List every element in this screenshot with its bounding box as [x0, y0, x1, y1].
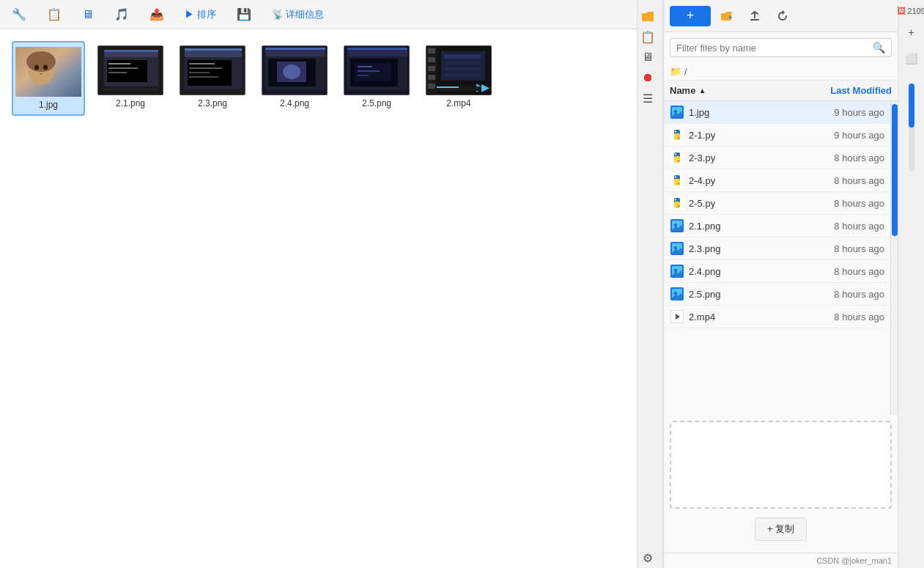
- svg-point-73: [678, 206, 679, 207]
- credit-text: CSDN @joker_man1: [816, 556, 892, 565]
- file-time-0: 9 hours ago: [789, 107, 884, 118]
- file-row-7[interactable]: 2.4.png8 hours ago: [664, 260, 890, 283]
- search-input[interactable]: [676, 43, 873, 54]
- file-icon-1: [670, 128, 684, 142]
- svg-point-3: [34, 65, 39, 70]
- svg-rect-58: [750, 19, 759, 21]
- vertical-scrollbar[interactable]: [909, 84, 914, 171]
- svg-rect-43: [428, 66, 435, 71]
- svg-rect-20: [189, 67, 222, 69]
- thumb-img-25png: [344, 45, 410, 95]
- thumb-img-21png: [97, 45, 163, 95]
- search-icon: 🔍: [873, 42, 885, 54]
- toolbar: 🔧 📋 🖥 🎵 📤 ▶ 排序 💾 📡 详细信息: [0, 0, 637, 29]
- thumb-label-24png: 2.4.png: [280, 98, 309, 108]
- toolbar-btn-3[interactable]: 🖥: [76, 5, 100, 24]
- svg-rect-19: [189, 63, 215, 64]
- thumb-label-25png: 2.5.png: [362, 98, 391, 108]
- svg-point-4: [43, 65, 48, 70]
- thumb-24png[interactable]: 2.4.png: [258, 41, 331, 116]
- preview-box: [670, 421, 892, 509]
- sidebar-gear-btn[interactable]: ⚙: [637, 547, 658, 568]
- file-time-3: 8 hours ago: [789, 175, 884, 186]
- file-row-5[interactable]: 2.1.png8 hours ago: [664, 215, 890, 237]
- file-row-3[interactable]: 2-4.py8 hours ago: [664, 169, 890, 192]
- thumb-img-23png: [180, 45, 245, 95]
- svg-rect-29: [265, 48, 325, 50]
- svg-rect-35: [358, 66, 372, 67]
- toolbar-sort-label: ▶ 排序: [185, 8, 216, 21]
- svg-point-28: [283, 64, 300, 79]
- file-name-7: 2.4.png: [689, 266, 789, 277]
- thumb-21png[interactable]: 2.1.png: [94, 41, 167, 116]
- toolbar-save-icon: 💾: [237, 7, 251, 21]
- search-box[interactable]: 🔍: [670, 38, 892, 57]
- file-row-0[interactable]: 1.jpg9 hours ago: [664, 101, 890, 124]
- panel-toolbar: + +: [664, 0, 898, 32]
- file-row-8[interactable]: 2.5.png8 hours ago: [664, 283, 890, 306]
- upload-icon: [749, 10, 761, 22]
- folder-icon: [640, 9, 655, 23]
- thumb-25png[interactable]: 2.5.png: [340, 41, 413, 116]
- panel-title: 2109: [907, 7, 924, 15]
- scrollbar-track[interactable]: [890, 101, 898, 415]
- svg-point-70: [678, 183, 679, 185]
- name-column-header[interactable]: Name ▲: [670, 85, 797, 96]
- add-file-button[interactable]: +: [670, 6, 711, 26]
- png23-svg: [180, 45, 245, 95]
- toolbar-sort-btn[interactable]: ▶ 排序: [179, 5, 222, 24]
- toolbar-btn-5[interactable]: 📤: [144, 4, 170, 24]
- copy-button[interactable]: + 复制: [755, 517, 807, 541]
- panel-view-btn[interactable]: ⬜: [901, 48, 922, 69]
- thumb-1jpg[interactable]: 1.jpg: [12, 41, 85, 116]
- svg-rect-13: [104, 88, 158, 91]
- toolbar-info-label: 📡 详细信息: [272, 8, 325, 21]
- toolbar-btn-4[interactable]: 🎵: [108, 4, 135, 24]
- modified-column-header[interactable]: Last Modified: [797, 85, 892, 96]
- upload-button[interactable]: [743, 6, 766, 26]
- panel-add-btn[interactable]: +: [901, 22, 922, 43]
- file-row-6[interactable]: 2.3.png8 hours ago: [664, 237, 890, 260]
- sidebar-record-btn[interactable]: ⏺: [637, 67, 658, 88]
- sidebar-clipboard-btn[interactable]: 📋: [637, 26, 658, 47]
- sidebar-list-btn[interactable]: ☰: [637, 88, 658, 108]
- file-time-5: 8 hours ago: [789, 221, 884, 232]
- thumb-img-1jpg: [15, 47, 81, 97]
- sidebar-folder-btn[interactable]: [637, 6, 658, 26]
- toolbar-btn-2[interactable]: 📋: [41, 4, 67, 24]
- thumb-23png[interactable]: 2.3.png: [176, 41, 249, 116]
- svg-rect-11: [108, 67, 138, 69]
- file-name-8: 2.5.png: [689, 289, 789, 300]
- file-time-2: 8 hours ago: [789, 152, 884, 163]
- toolbar-info-btn[interactable]: 📡 详细信息: [266, 5, 330, 24]
- toolbar-icon-4: 🎵: [114, 7, 129, 21]
- file-icon-5: [670, 218, 684, 233]
- file-row-4[interactable]: 2-5.py8 hours ago: [664, 192, 890, 215]
- svg-rect-42: [428, 57, 435, 62]
- add-folder-button[interactable]: +: [715, 6, 739, 26]
- thumb-2mp4[interactable]: ▶ 2.mp4: [422, 41, 495, 116]
- toolbar-icon-2: 📋: [47, 7, 62, 21]
- panel-screenshot-icon: 🖼: [897, 6, 906, 16]
- copy-btn-container: + 复制: [664, 514, 898, 547]
- jpg-svg: [15, 47, 81, 97]
- scrollbar-thumb[interactable]: [892, 104, 898, 236]
- toolbar-save-btn[interactable]: 💾: [231, 4, 257, 24]
- svg-point-69: [675, 177, 676, 178]
- sort-arrow: ▲: [698, 86, 706, 95]
- toolbar-icon-3: 🖥: [82, 8, 94, 21]
- file-name-9: 2.mp4: [689, 311, 789, 322]
- file-time-8: 8 hours ago: [789, 289, 884, 300]
- main-area: 🔧 📋 🖥 🎵 📤 ▶ 排序 💾 📡 详细信息: [0, 0, 637, 568]
- file-row-2[interactable]: 2-3.py8 hours ago: [664, 147, 890, 169]
- svg-rect-48: [444, 54, 481, 59]
- toolbar-btn-1[interactable]: 🔧: [6, 4, 32, 24]
- file-row-1[interactable]: 2-1.py9 hours ago: [664, 124, 890, 147]
- refresh-button[interactable]: [771, 6, 794, 26]
- vertical-thumb[interactable]: [909, 84, 914, 128]
- copy-button-label: + 复制: [767, 523, 794, 536]
- file-row-9[interactable]: 2.mp48 hours ago: [664, 306, 890, 328]
- thumb-img-24png: [262, 45, 328, 95]
- file-icon-4: [670, 196, 684, 210]
- sidebar-monitor-btn[interactable]: 🖥: [637, 47, 658, 67]
